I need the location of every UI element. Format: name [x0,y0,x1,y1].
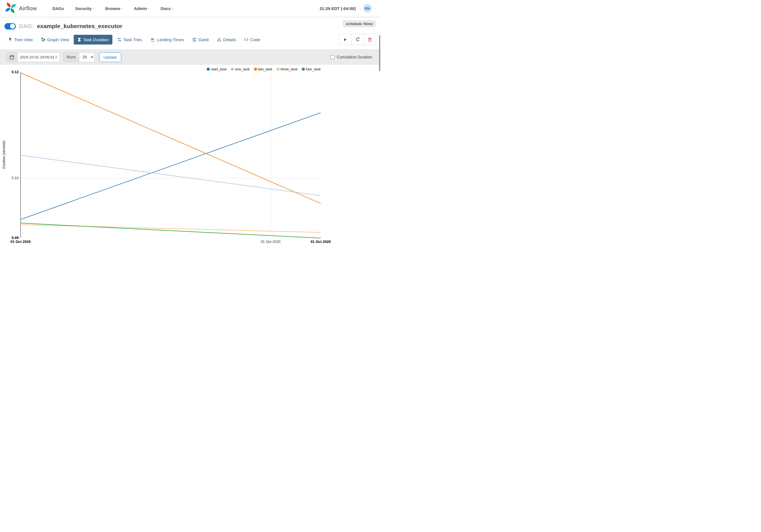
nav-item-security[interactable]: Security▾ [75,6,94,11]
cumulative-duration-checkbox[interactable] [330,55,335,59]
airflow-brand[interactable]: Airflow [4,2,37,15]
trash-icon [368,37,372,42]
trigger-dag-button[interactable] [339,34,351,45]
legend-dot-icon [276,68,279,71]
dag-prefix: DAG: [19,23,34,30]
filter-bar: Runs 25 Update Cumulative Duration [0,49,380,65]
svg-text:0.12: 0.12 [12,70,19,74]
play-icon [343,37,347,42]
tab-task-tries[interactable]: Task Tries [113,35,146,44]
avatar[interactable]: RH [363,4,372,13]
chevron-down-icon: ▾ [172,7,173,10]
gantt-bars-icon [193,37,197,42]
calendar-icon[interactable] [6,52,17,62]
chevron-down-icon: ▾ [92,7,94,10]
legend-label: three_task [281,67,298,71]
tab-landing-times[interactable]: Landing Times [147,35,188,44]
view-tabs: Tree ViewGraph ViewTask DurationTask Tri… [4,35,264,44]
svg-text:0.09: 0.09 [12,236,19,240]
tab-label: Code [250,37,260,42]
refresh-button[interactable] [351,34,364,45]
num-runs-select[interactable]: 25 [79,52,94,62]
tab-label: Task Tries [124,37,143,42]
dag-pause-toggle[interactable] [4,23,16,30]
chevron-down-icon: ▾ [375,7,377,10]
airflow-app: Airflow DAGsSecurity▾Browse▾Admin▾Docs▾ … [0,0,380,266]
airflow-logo-icon [4,2,17,15]
svg-text:0.10: 0.10 [12,176,19,180]
legend-dot-icon [302,68,305,71]
base-date-input[interactable] [17,52,60,62]
tab-gantt[interactable]: Gantt [189,35,212,44]
dag-header: DAG: example_kubernetes_executor [4,23,376,30]
legend-label: start_task [211,67,226,71]
chevron-down-icon: ▾ [148,7,149,10]
legend-item-one_task[interactable]: one_task [231,67,250,71]
svg-text:01 Oct 2020: 01 Oct 2020 [261,240,280,244]
tab-graph-view[interactable]: Graph View [37,35,73,44]
navbar: Airflow DAGsSecurity▾Browse▾Admin▾Docs▾ … [0,0,380,17]
chevron-down-icon: ▾ [359,7,361,10]
update-button[interactable]: Update [99,52,121,62]
legend-item-three_task[interactable]: three_task [276,67,298,71]
legend-label: four_task [306,67,321,71]
legend-dot-icon [231,68,234,71]
runs-label: Runs [63,52,79,62]
nav-item-browse[interactable]: Browse▾ [105,6,123,11]
scrollbar-thumb[interactable] [379,35,380,71]
tab-label: Tree View [14,37,33,42]
plane-landing-icon [150,37,155,42]
legend-dot-icon [254,68,257,71]
svg-text:01 Oct 2020: 01 Oct 2020 [11,240,30,244]
brand-name: Airflow [19,5,37,12]
code-brackets-icon [244,37,248,42]
clock-menu[interactable]: 21:29 EDT (-04:00) [320,6,356,11]
nav-item-docs[interactable]: Docs▾ [160,6,173,11]
delete-button[interactable] [364,34,376,45]
legend-item-start_task[interactable]: start_task [207,67,226,71]
cumulative-duration-label: Cumulative Duration [337,55,372,59]
refresh-icon [355,37,360,42]
tab-label: Gantt [199,37,209,42]
legend-item-four_task[interactable]: four_task [302,67,321,71]
legend-label: one_task [235,67,250,71]
view-tabs-row: Tree ViewGraph ViewTask DurationTask Tri… [4,34,376,45]
tab-details[interactable]: Details [213,35,240,44]
tab-code[interactable]: Code [241,35,264,44]
nav-menu: DAGsSecurity▾Browse▾Admin▾Docs▾ [52,6,173,11]
chevron-down-icon: ▾ [122,7,123,10]
tab-label: Graph View [47,37,69,42]
dag-title: example_kubernetes_executor [37,23,122,30]
tree-view-icon [8,37,12,42]
svg-text:01 Oct 2020: 01 Oct 2020 [311,240,331,244]
triangle-icon [217,37,221,42]
chart-legend: start_taskone_tasktwo_taskthree_taskfour… [207,67,321,71]
task-duration-chart: 0.120.100.0901 Oct 202001 Oct 202001 Oct… [0,65,380,249]
tab-label: Task Duration [83,37,109,42]
dag-action-buttons [339,34,376,45]
repeat-icon [117,37,122,42]
nav-item-dags[interactable]: DAGs [52,6,64,11]
tab-task-duration[interactable]: Task Duration [74,35,112,44]
task-duration-chart-section: 0.120.100.0901 Oct 202001 Oct 202001 Oct… [0,65,380,249]
schedule-badge: schedule: None [343,20,376,27]
graph-view-icon [41,37,45,42]
tab-label: Details [223,37,236,42]
tab-label: Landing Times [157,37,184,42]
runs-group: Runs 25 [63,52,94,62]
legend-item-two_task[interactable]: two_task [254,67,272,71]
base-date-group [6,52,60,62]
nav-item-admin[interactable]: Admin▾ [134,6,149,11]
svg-text:Duration (seconds): Duration (seconds) [2,141,6,169]
hourglass-icon [77,37,81,42]
tab-tree-view[interactable]: Tree View [4,35,36,44]
legend-dot-icon [207,68,210,71]
legend-label: two_task [258,67,272,71]
